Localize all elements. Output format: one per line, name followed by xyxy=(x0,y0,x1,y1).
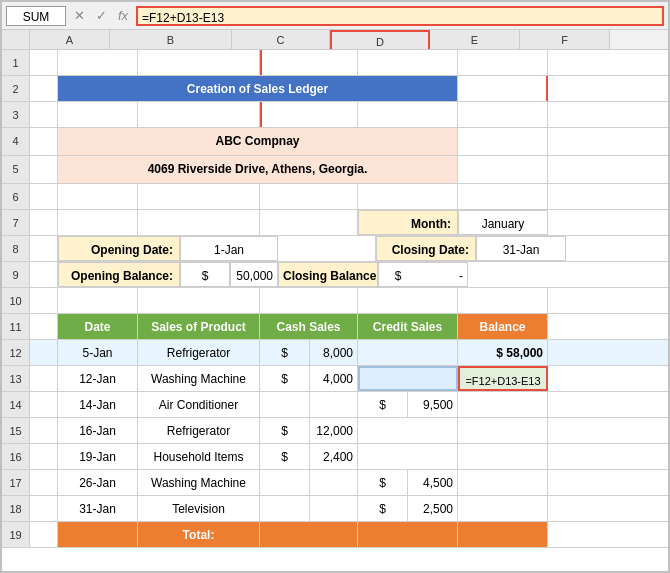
cell-a17[interactable] xyxy=(30,470,58,495)
cell-b16-date[interactable]: 19-Jan xyxy=(58,444,138,469)
cell-b10[interactable] xyxy=(58,288,138,313)
cell-f12-balance[interactable]: $ 58,000 xyxy=(458,340,548,365)
cell-a14[interactable] xyxy=(30,392,58,417)
cell-e14-dollar[interactable]: $ xyxy=(358,392,408,417)
cell-a10[interactable] xyxy=(30,288,58,313)
col-header-b[interactable]: B xyxy=(110,30,232,49)
cell-d17-dollar[interactable] xyxy=(260,470,310,495)
cell-b3[interactable] xyxy=(58,102,138,127)
cell-e16[interactable] xyxy=(358,444,458,469)
cell-f5[interactable] xyxy=(458,156,548,183)
cell-a7[interactable] xyxy=(30,210,58,235)
cancel-icon[interactable]: ✕ xyxy=(70,8,88,23)
cell-a16[interactable] xyxy=(30,444,58,469)
col-header-c[interactable]: C xyxy=(232,30,330,49)
cell-f14[interactable] xyxy=(458,392,548,417)
name-box[interactable]: SUM xyxy=(6,6,66,26)
col-header-f[interactable]: F xyxy=(520,30,610,49)
cell-a5[interactable] xyxy=(30,156,58,183)
cell-d13-value[interactable]: 4,000 xyxy=(310,366,358,391)
cell-d19[interactable] xyxy=(260,522,358,547)
cell-d12-dollar[interactable]: $ xyxy=(260,340,310,365)
cell-f4[interactable] xyxy=(458,128,548,155)
cell-c3[interactable] xyxy=(138,102,260,127)
cell-c17-product[interactable]: Washing Machine xyxy=(138,470,260,495)
cell-e13-selected[interactable] xyxy=(358,366,458,391)
cell-b6[interactable] xyxy=(58,184,138,209)
cell-e3[interactable] xyxy=(358,102,458,127)
cell-b14-date[interactable]: 14-Jan xyxy=(58,392,138,417)
cell-b19[interactable] xyxy=(58,522,138,547)
cell-c14-product[interactable]: Air Conditioner xyxy=(138,392,260,417)
cell-b17-date[interactable]: 26-Jan xyxy=(58,470,138,495)
cell-d1[interactable] xyxy=(260,50,358,75)
cell-a15[interactable] xyxy=(30,418,58,443)
cell-d15-dollar[interactable]: $ xyxy=(260,418,310,443)
cell-b15-date[interactable]: 16-Jan xyxy=(58,418,138,443)
cell-b1[interactable] xyxy=(58,50,138,75)
cell-c6[interactable] xyxy=(138,184,260,209)
cell-a18[interactable] xyxy=(30,496,58,521)
cell-a13[interactable] xyxy=(30,366,58,391)
col-header-d[interactable]: D xyxy=(330,30,430,49)
cell-b18-date[interactable]: 31-Jan xyxy=(58,496,138,521)
cell-a2[interactable] xyxy=(30,76,58,101)
cell-e1[interactable] xyxy=(358,50,458,75)
cell-f16[interactable] xyxy=(458,444,548,469)
cell-d7[interactable] xyxy=(260,210,358,235)
cell-f10[interactable] xyxy=(458,288,548,313)
cell-d15-value[interactable]: 12,000 xyxy=(310,418,358,443)
cell-a12[interactable] xyxy=(30,340,58,365)
cell-e18-value[interactable]: 2,500 xyxy=(408,496,458,521)
cell-c18-product[interactable]: Television xyxy=(138,496,260,521)
cell-b13-date[interactable]: 12-Jan xyxy=(58,366,138,391)
cell-a19[interactable] xyxy=(30,522,58,547)
cell-e15[interactable] xyxy=(358,418,458,443)
cell-c7[interactable] xyxy=(138,210,260,235)
cell-d12-value[interactable]: 8,000 xyxy=(310,340,358,365)
cell-e14-value[interactable]: 9,500 xyxy=(408,392,458,417)
cell-e18-dollar[interactable]: $ xyxy=(358,496,408,521)
cell-c12-product[interactable]: Refrigerator xyxy=(138,340,260,365)
cell-d14-value[interactable] xyxy=(310,392,358,417)
cell-d6[interactable] xyxy=(260,184,358,209)
cell-f2[interactable] xyxy=(458,76,548,101)
cell-f3[interactable] xyxy=(458,102,548,127)
cell-d13-dollar[interactable]: $ xyxy=(260,366,310,391)
cell-d17-value[interactable] xyxy=(310,470,358,495)
cell-a6[interactable] xyxy=(30,184,58,209)
cell-f17[interactable] xyxy=(458,470,548,495)
cell-d16-dollar[interactable]: $ xyxy=(260,444,310,469)
col-header-a[interactable]: A xyxy=(30,30,110,49)
cell-c1[interactable] xyxy=(138,50,260,75)
cell-c13-product[interactable]: Washing Machine xyxy=(138,366,260,391)
cell-c15-product[interactable]: Refrigerator xyxy=(138,418,260,443)
fx-icon[interactable]: fx xyxy=(114,8,132,23)
cell-a11[interactable] xyxy=(30,314,58,339)
cell-c16-product[interactable]: Household Items xyxy=(138,444,260,469)
col-header-e[interactable]: E xyxy=(430,30,520,49)
cell-d16-value[interactable]: 2,400 xyxy=(310,444,358,469)
cell-b7[interactable] xyxy=(58,210,138,235)
cell-e17-dollar[interactable]: $ xyxy=(358,470,408,495)
cell-f19[interactable] xyxy=(458,522,548,547)
cell-a3[interactable] xyxy=(30,102,58,127)
formula-input[interactable]: =F12+D13-E13 xyxy=(136,6,664,26)
cell-c10[interactable] xyxy=(138,288,260,313)
cell-d18-value[interactable] xyxy=(310,496,358,521)
cell-d18-dollar[interactable] xyxy=(260,496,310,521)
cell-a9[interactable] xyxy=(30,262,58,287)
cell-f18[interactable] xyxy=(458,496,548,521)
cell-e17-value[interactable]: 4,500 xyxy=(408,470,458,495)
cell-f1[interactable] xyxy=(458,50,548,75)
cell-d10[interactable] xyxy=(260,288,358,313)
confirm-icon[interactable]: ✓ xyxy=(92,8,110,23)
cell-d8[interactable] xyxy=(278,236,376,261)
cell-e6[interactable] xyxy=(358,184,458,209)
cell-f6[interactable] xyxy=(458,184,548,209)
cell-b12-date[interactable]: 5-Jan xyxy=(58,340,138,365)
cell-e10[interactable] xyxy=(358,288,458,313)
cell-e12[interactable] xyxy=(358,340,458,365)
cell-a8[interactable] xyxy=(30,236,58,261)
cell-a4[interactable] xyxy=(30,128,58,155)
